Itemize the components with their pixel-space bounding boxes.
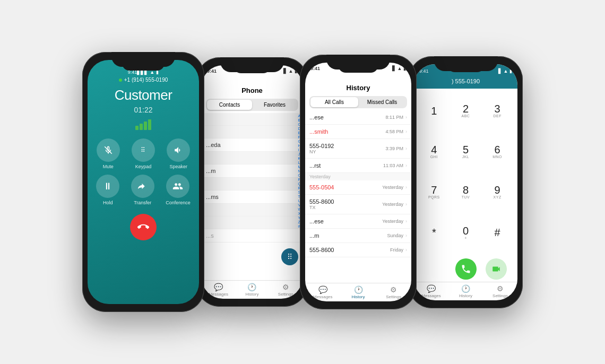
contact-m[interactable]: ...m (202, 164, 302, 178)
history-time-8: Sunday (387, 233, 403, 238)
history-item-3[interactable]: 555-0192 NY 3:39 PM › (305, 139, 411, 159)
keypad-fab-button[interactable]: ⠿ (281, 248, 298, 265)
conference-button[interactable]: Conference (166, 175, 191, 205)
end-call-button[interactable] (130, 214, 157, 240)
history-time-1: 8:11 PM (385, 115, 403, 120)
nav-settings-2[interactable]: ⚙ Settings (269, 283, 302, 297)
contact-item-6[interactable] (202, 178, 302, 190)
nav-history-2-label: History (246, 292, 259, 297)
history-name-4: ...rst (309, 162, 321, 169)
nav-messages-3[interactable]: 💬 Messages (305, 285, 341, 299)
history-item-4[interactable]: ...rst 11:03 AM › (305, 159, 411, 173)
contact-item-8[interactable] (202, 204, 302, 216)
contacts-screen-wrapper: 9:41 ▋ ▲ ▮ Phone Contacts Favorites ...e… (202, 65, 302, 299)
contacts-tab[interactable]: Contacts (207, 100, 252, 110)
nav-history-4-label: History (459, 293, 472, 298)
history-icon-3: 🕐 (354, 285, 363, 294)
contact-item-4[interactable] (202, 152, 302, 164)
nav-messages-2-label: Messages (209, 292, 228, 297)
dial-key-hash[interactable]: # (481, 212, 513, 253)
dial-key-3[interactable]: 3 DEF (481, 91, 513, 132)
dial-7-letters: PQRS (428, 195, 440, 199)
missed-calls-tab[interactable]: Missed Calls (358, 97, 406, 107)
dial-3-letters: DEF (493, 114, 502, 118)
messages-icon-4: 💬 (427, 284, 436, 293)
nav-messages-3-label: Messages (313, 294, 332, 299)
history-tab-bar: All Calls Missed Calls (309, 96, 407, 108)
dial-key-star[interactable]: * (418, 212, 450, 253)
dialer-screen-wrapper: 9:41 ▋ ▲ ▮ ) 555-0190 1 2 ABC 3 (414, 64, 517, 300)
history-screen-wrapper: 9:41 ▋ ▲ ▮ History All Calls Missed Call… (305, 63, 411, 301)
contact-item-9[interactable] (202, 216, 302, 229)
call-buttons-row-1: Mute ⠿ Keypad Speaker (93, 138, 194, 169)
dial-key-0[interactable]: 0 + (450, 212, 482, 253)
dial-8-letters: TUV (462, 195, 470, 199)
history-time-9: Friday (390, 247, 403, 253)
nav-messages-4[interactable]: 💬 Messages (414, 284, 448, 298)
dial-video-button[interactable] (486, 258, 507, 280)
contacts-bottom-nav: 💬 Messages 🕐 History ⚙ Settings (202, 280, 302, 299)
history-name-3: 555-0192 (309, 143, 334, 149)
history-item-6[interactable]: 555-8600 TX Yesterday › (305, 195, 411, 214)
dial-key-8[interactable]: 8 TUV (450, 172, 482, 213)
history-item-8[interactable]: ...m Sunday › (305, 229, 411, 243)
dial-2-letters: ABC (462, 114, 470, 118)
dial-4-num: 4 (431, 144, 437, 155)
history-item-9[interactable]: 555-8600 Friday › (305, 243, 411, 257)
nav-messages-2[interactable]: 💬 Messages (202, 283, 235, 297)
chevron-6: › (405, 202, 407, 207)
dialer-phone-number: ) 555-0190 (414, 76, 517, 89)
nav-history-2[interactable]: 🕐 History (235, 283, 269, 297)
contacts-icons: ▋ ▲ ▮ (283, 68, 297, 74)
history-name-1: ...ese (309, 114, 324, 120)
keypad-button[interactable]: ⠿ Keypad (132, 138, 155, 169)
dial-call-button[interactable] (455, 258, 477, 280)
mute-button[interactable]: Mute (97, 138, 120, 169)
favorites-tab[interactable]: Favorites (252, 100, 297, 110)
history-item-7[interactable]: ...ese Yesterday › (305, 214, 411, 229)
dial-key-9[interactable]: 9 XYZ (481, 172, 513, 213)
history-bottom-nav: 💬 Messages 🕐 History ⚙ Settings (305, 283, 411, 301)
call-buttons-row-2: ⏸ Hold Transfer Conference (93, 175, 194, 205)
contact-ms[interactable]: ...ms (202, 190, 302, 204)
dial-key-1[interactable]: 1 (418, 91, 450, 132)
dial-6-num: 6 (495, 144, 500, 155)
chevron-1: › (405, 115, 407, 120)
phone-dialer: 9:41 ▋ ▲ ▮ ) 555-0190 1 2 ABC 3 (409, 56, 523, 308)
signal-bar-3 (144, 122, 147, 130)
dialer-time: 9:41 (419, 68, 429, 74)
nav-settings-4[interactable]: ⚙ Settings (483, 284, 517, 298)
contacts-title: Phone (202, 75, 302, 97)
all-calls-tab[interactable]: All Calls (310, 97, 358, 107)
history-sub-3: NY (309, 149, 334, 154)
nav-messages-4-label: Messages (421, 293, 440, 298)
dial-9-num: 9 (495, 185, 500, 195)
history-item-1[interactable]: ...ese 8:11 PM › (305, 110, 411, 125)
keypad-label: Keypad (135, 164, 152, 169)
history-item-5[interactable]: 555-0504 Yesterday › (305, 180, 411, 195)
dial-1-num: 1 (431, 106, 437, 116)
settings-icon: ⚙ (282, 283, 289, 291)
chevron-7: › (405, 219, 407, 224)
contact-item-1[interactable] (202, 113, 302, 126)
speaker-button[interactable]: Speaker (167, 138, 190, 169)
dialer-bottom-nav: 💬 Messages 🕐 History ⚙ Settings (414, 282, 517, 300)
dial-key-5[interactable]: 5 JKL (450, 131, 482, 172)
dial-7-num: 7 (431, 185, 437, 195)
contact-eda[interactable]: ...eda (202, 138, 302, 152)
dial-key-6[interactable]: 6 MNO (481, 131, 513, 172)
contact-item-10[interactable]: ...s (202, 229, 302, 242)
transfer-button[interactable]: Transfer (131, 175, 154, 205)
history-time-2: 4:58 PM (385, 129, 403, 134)
history-title: History (305, 72, 411, 94)
dial-key-7[interactable]: 7 PQRS (418, 172, 450, 213)
nav-history-4[interactable]: 🕐 History (448, 284, 483, 298)
dial-key-4[interactable]: 4 GHI (418, 131, 450, 172)
history-item-2[interactable]: ...smith 4:58 PM › (305, 125, 411, 139)
contact-item-2[interactable] (202, 126, 302, 138)
hold-button[interactable]: ⏸ Hold (96, 175, 119, 205)
nav-history-3[interactable]: 🕐 History (341, 285, 376, 299)
nav-settings-3[interactable]: ⚙ Settings (376, 285, 411, 299)
dial-key-2[interactable]: 2 ABC (450, 91, 482, 132)
history-name-2: ...smith (309, 128, 328, 135)
